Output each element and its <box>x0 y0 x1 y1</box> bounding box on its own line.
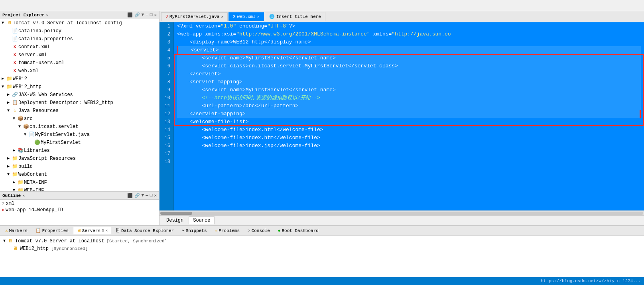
datasource-icon: 🗄 <box>116 228 120 233</box>
tree-icon-package: 📦 <box>22 123 30 130</box>
tree-item-webcontent[interactable]: ▼ 📁 WebContent <box>0 171 159 179</box>
tree-icon-xml3: x <box>11 59 18 67</box>
server-sub-web12[interactable]: 🖥 WEB12_http [Synchronized] <box>3 245 641 252</box>
code-line-1: <?xml version="1.0" encoding="UTF-8"?> <box>177 22 641 30</box>
server-item-tomcat[interactable]: ▼ 🖥 Tomcat v7.0 Server at localhost [Sta… <box>3 237 641 245</box>
tree-item-servlet-java[interactable]: ▼ 📄 MyFirstServlet.java <box>0 131 159 139</box>
maximize-icon[interactable]: □ <box>150 12 153 18</box>
collapse-all-icon[interactable]: ⬛ <box>127 12 133 18</box>
sidebar-close-icon[interactable]: ✕ <box>46 13 49 18</box>
tree-item-web-inf[interactable]: ▼ 📁 WEB-INF <box>0 187 159 191</box>
tree-icon-file: 📄 <box>11 28 18 35</box>
code-line-7: <servlet-class>cn.itcast.servlet.MyFirst… <box>177 62 641 70</box>
tab-boot-dashboard[interactable]: ● Boot Dashboard <box>274 227 322 234</box>
tree-label-webcontent: WebContent <box>18 171 159 178</box>
tree-label-js-resources: JavaScript Resources <box>18 155 159 162</box>
tree-icon-class: 🟢 <box>33 139 41 146</box>
tree-icon-java: 📄 <box>28 131 35 138</box>
close-panel-icon[interactable]: ✕ <box>154 12 157 18</box>
snippets-label: Snippets <box>186 228 207 233</box>
tab-markers[interactable]: ⚠ Markers <box>2 227 31 234</box>
tree-item-tomcat-config[interactable]: ▼ 🖥 Tomcat v7.0 Server at localhost-conf… <box>0 19 159 27</box>
outline-max-icon[interactable]: □ <box>150 193 153 198</box>
tree-item-web-xml-config[interactable]: x web.xml <box>0 67 159 75</box>
servers-icon: 🖥 <box>77 228 81 233</box>
view-menu-icon[interactable]: ▼ <box>142 12 144 18</box>
main-layout: Project Explorer ✕ ⬛ 🔗 ▼ — □ ✕ ▼ 🖥 Tomca… <box>0 11 644 225</box>
tab-snippets[interactable]: ✂ Snippets <box>178 227 210 234</box>
line-numbers: 1 2 3 4 5 6 7 8 9 10 11 12 13 14 15 16 1 <box>160 22 174 210</box>
tree-item-build[interactable]: ▶ 📁 build <box>0 163 159 171</box>
datasource-label: Data Source Explorer <box>121 228 174 233</box>
outline-item-webapp[interactable]: x web-app id=WebApp_ID <box>1 207 158 213</box>
tab-source[interactable]: Source <box>189 216 215 224</box>
outline-item-xml[interactable]: ? xml <box>1 200 158 207</box>
tree-item-meta-inf[interactable]: ▶ 📁 META-INF <box>0 179 159 187</box>
tree-label-context-xml: context.xml <box>18 43 159 51</box>
tree-item-tomcat-users-xml[interactable]: x tomcat-users.xml <box>0 59 159 67</box>
tab-webxml[interactable]: x web.xml ✕ <box>228 12 264 21</box>
tree-item-src[interactable]: ▼ 📦 src <box>0 115 159 123</box>
tab-servers[interactable]: 🖥 Servers 5 ✕ <box>73 227 111 234</box>
tree-icon-web-inf: 📁 <box>17 187 24 191</box>
tab-close-webxml[interactable]: ✕ <box>257 14 260 19</box>
tree-item-catalina-props[interactable]: 📄 catalina.properties <box>0 35 159 43</box>
servers-badge: 5 <box>102 228 104 233</box>
minimize-icon[interactable]: — <box>146 12 148 18</box>
tab-design[interactable]: Design <box>162 216 188 224</box>
tree-item-context-xml[interactable]: x context.xml <box>0 43 159 51</box>
tree-item-libraries[interactable]: ▶ 📚 Libraries <box>0 147 159 155</box>
tab-label-webxml: web.xml <box>237 14 255 19</box>
tree-icon-xml4: x <box>11 67 18 75</box>
outline-collapse-icon[interactable]: ⬛ <box>127 193 133 198</box>
editor-tab-bar <box>0 0 644 11</box>
editor-scrollbar[interactable] <box>160 210 644 215</box>
tree-label-src: src <box>24 115 159 122</box>
tree-item-jax-ws[interactable]: ▶ 🔗 JAX-WS Web Services <box>0 91 159 99</box>
tab-source-label: Source <box>193 218 210 223</box>
tree-item-deployment-descriptor[interactable]: ▶ 📋 Deployment Descriptor: WEB12_http <box>0 99 159 107</box>
tree-label-web12: WEB12 <box>13 75 159 83</box>
outline-min-icon[interactable]: — <box>146 193 148 198</box>
outline-close-icon[interactable]: ✕ <box>22 193 25 198</box>
tab-label-servlet: MyFirstServlet.java <box>169 14 219 19</box>
tab-servlet-java[interactable]: J MyFirstServlet.java ✕ <box>161 12 228 21</box>
tree-icon-web12-http: 📁 <box>6 83 13 90</box>
tree-item-js-resources[interactable]: ▶ 📁 JavaScript Resources <box>0 155 159 163</box>
tree-item-package[interactable]: ▼ 📦 cn.itcast.servlet <box>0 123 159 131</box>
tab-insert-title[interactable]: 🌐 Insert title here <box>265 12 325 21</box>
markers-icon: ⚠ <box>5 228 8 233</box>
tree-item-catalina-policy[interactable]: 📄 catalina.policy <box>0 27 159 35</box>
servers-close[interactable]: ✕ <box>106 228 108 233</box>
code-line-12: <url-pattern>/abc</url-pattern> <box>177 102 641 110</box>
tree-item-web12-http[interactable]: ▼ 📁 WEB12_http <box>0 83 159 91</box>
outline-menu-icon[interactable]: ▼ <box>142 193 144 198</box>
tree-label-web-xml-config: web.xml <box>18 67 159 75</box>
editor-content[interactable]: 1 2 3 4 5 6 7 8 9 10 11 12 13 14 15 16 1 <box>160 22 644 210</box>
tab-close-servlet[interactable]: ✕ <box>221 14 223 19</box>
tree-item-web12[interactable]: ▶ 📁 WEB12 <box>0 75 159 83</box>
tree-label-catalina-props: catalina.properties <box>18 35 159 43</box>
tab-datasource[interactable]: 🗄 Data Source Explorer <box>112 227 177 234</box>
tab-problems[interactable]: ⚠ Problems <box>211 227 243 234</box>
tree-icon-webcontent: 📁 <box>11 171 18 178</box>
tab-properties[interactable]: 📋 Properties <box>32 227 72 234</box>
tree-label-libraries: Libraries <box>24 147 159 154</box>
tree-item-java-resources[interactable]: ▼ ☕ Java Resources <box>0 107 159 115</box>
bottom-panel: ⚠ Markers 📋 Properties 🖥 Servers 5 ✕ 🗄 D… <box>0 225 644 277</box>
problems-label: Problems <box>219 228 240 233</box>
sidebar-title: Project Explorer <box>2 13 45 18</box>
tree-item-servlet-class[interactable]: 🟢 MyFirstServlet <box>0 139 159 147</box>
server-arrow: ▼ <box>3 239 6 243</box>
tree-item-server-xml[interactable]: x server.xml <box>0 51 159 59</box>
link-with-editor-icon[interactable]: 🔗 <box>134 12 140 18</box>
sidebar-header: Project Explorer ✕ ⬛ 🔗 ▼ — □ ✕ <box>0 11 159 19</box>
outline-link-icon[interactable]: 🔗 <box>134 193 140 198</box>
outline-body: ? xml x web-app id=WebApp_ID <box>0 200 159 225</box>
tab-console[interactable]: > Console <box>244 227 274 234</box>
outline-close-icon2[interactable]: ✕ <box>154 193 157 198</box>
tree-label-jaxws: JAX-WS Web Services <box>18 91 159 98</box>
scroll-track[interactable] <box>160 212 643 215</box>
scroll-thumb[interactable] <box>160 212 192 215</box>
tree-icon-js: 📁 <box>11 155 18 162</box>
